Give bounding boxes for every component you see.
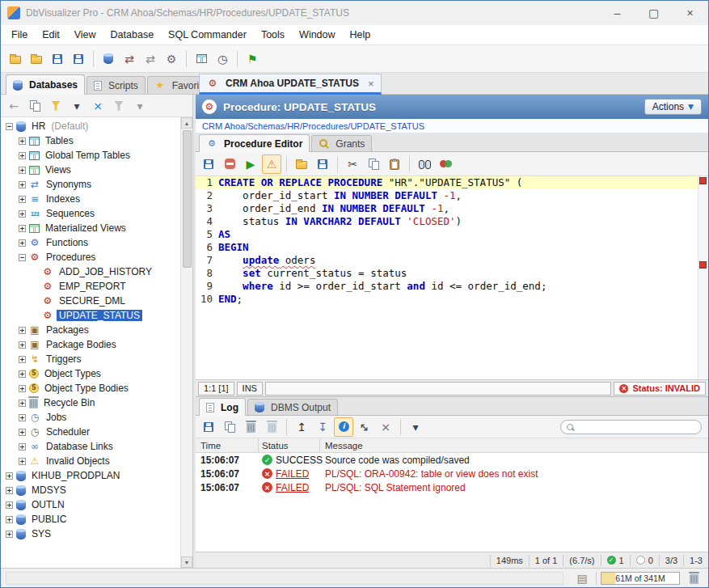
fit-columns-icon[interactable]: ↔ (351, 413, 378, 441)
minimize-button[interactable]: – (599, 1, 635, 25)
menu-sql-commander[interactable]: SQL Commander (161, 25, 254, 44)
tree-item-outln[interactable]: +OUTLN (1, 497, 180, 512)
compare-icon[interactable] (436, 154, 455, 174)
memory-indicator[interactable]: 61M of 341M (601, 572, 680, 585)
save-icon[interactable] (48, 49, 67, 69)
tree-item-scheduler[interactable]: +◷Scheduler (1, 425, 180, 439)
tree-item-materialized-views[interactable]: +Materialized Views (1, 221, 180, 235)
tree-expander[interactable]: + (19, 196, 26, 203)
tree-item-database-links[interactable]: +∞Database Links (1, 439, 180, 454)
tree-item-public[interactable]: +PUBLIC (1, 512, 180, 527)
tree-item-sequences[interactable]: +123Sequences (1, 206, 180, 221)
doc-tab-update-status[interactable]: ⚙ CRM Ahoa UPDATE_STATUS × (199, 74, 382, 95)
code-line[interactable]: 9 where id >= order_id_start and id <= o… (196, 280, 698, 293)
open-file-icon[interactable] (6, 49, 25, 69)
code-line[interactable]: 4 status IN VARCHAR2 DEFAULT 'CLOSED') (196, 215, 698, 228)
log-search-box[interactable] (560, 420, 702, 434)
error-marker[interactable] (699, 177, 707, 184)
tab-close-icon[interactable]: × (368, 78, 374, 90)
tree-expander[interactable]: + (19, 327, 26, 334)
tree-item-tables[interactable]: +Tables (1, 133, 180, 148)
maximize-button[interactable]: ▢ (635, 1, 672, 25)
new-table-icon[interactable] (192, 49, 211, 69)
close-button[interactable]: × (672, 1, 708, 25)
tree-item-global-temp-tables[interactable]: +Global Temp Tables (1, 148, 180, 163)
tab-dbms-output[interactable]: DBMS Output (247, 399, 338, 415)
compile-warning-icon[interactable]: ⚠ (262, 154, 281, 174)
tree-item-mdsys[interactable]: +MDSYS (1, 483, 180, 497)
scroll-up-icon[interactable]: ▲ (181, 117, 192, 129)
tree-expander[interactable]: − (19, 254, 26, 261)
filter-caret-icon[interactable]: ▾ (67, 96, 87, 116)
connect-icon[interactable]: ⇄ (120, 49, 139, 69)
dock-panel-icon[interactable]: ▤ (572, 569, 592, 588)
driver-manager-icon[interactable]: ⚙ (162, 49, 181, 69)
save-procedure-icon[interactable] (199, 154, 218, 174)
scroll-thumb[interactable] (183, 130, 192, 268)
tree-expander[interactable]: + (19, 400, 26, 407)
log-search-input[interactable] (577, 422, 695, 432)
close-output-icon[interactable]: × (376, 417, 395, 437)
code-line[interactable]: 7 update oders (196, 254, 698, 267)
filter-settings-icon[interactable] (109, 96, 129, 116)
actions-button[interactable]: Actions ▼ (644, 99, 702, 115)
copy-log-icon[interactable] (220, 417, 239, 437)
save-as-icon[interactable] (69, 49, 88, 69)
tree-expander[interactable]: − (6, 123, 13, 130)
tab-log[interactable]: Log (199, 398, 246, 416)
code-line[interactable]: 8 set current_status = status (196, 267, 698, 280)
garbage-collect-icon[interactable] (684, 569, 703, 588)
tree-scrollbar[interactable]: ▲ ▼ (180, 117, 192, 568)
tree-expander[interactable]: + (19, 137, 26, 145)
cut-icon[interactable]: ✂ (343, 154, 362, 174)
open-icon[interactable] (292, 154, 311, 174)
clear-log-icon[interactable] (262, 417, 281, 437)
code-line[interactable]: 6BEGIN (196, 241, 698, 254)
tree-item-add-job-history[interactable]: ⚙ADD_JOB_HISTORY (1, 264, 180, 279)
filter-settings-caret-icon[interactable]: ▾ (130, 96, 150, 116)
error-marker[interactable] (699, 261, 707, 269)
open-recent-icon[interactable] (27, 49, 46, 69)
find-replace-icon[interactable] (415, 154, 434, 174)
menu-database[interactable]: Database (103, 25, 162, 44)
tree-item-synonyms[interactable]: +⇄Synonyms (1, 177, 180, 192)
menu-file[interactable]: File (4, 25, 35, 44)
menu-edit[interactable]: Edit (35, 25, 67, 44)
code-line[interactable]: 3 order_id_end IN NUMBER DEFAULT -1, (196, 202, 698, 215)
tree-item-kihub-prodplan[interactable]: +KIHUB_PRODPLAN (1, 468, 180, 483)
tree-expander[interactable]: + (19, 429, 26, 436)
tree-item-update-status[interactable]: ⚙UPDATE_STATUS (1, 308, 180, 323)
clear-filter-icon[interactable]: × (88, 96, 108, 116)
tree-expander[interactable]: + (6, 472, 13, 480)
more-options-caret-icon[interactable]: ▾ (406, 417, 425, 437)
code-line[interactable]: 10END; (196, 293, 698, 306)
paste-icon[interactable] (385, 154, 404, 174)
tree-expander[interactable]: + (19, 370, 26, 378)
add-connection-icon[interactable] (99, 49, 118, 69)
tree-item-recycle-bin[interactable]: +Recycle Bin (1, 396, 180, 410)
tree-expander[interactable]: + (19, 341, 26, 349)
tree-expander[interactable]: + (19, 225, 26, 232)
tree-expander[interactable]: + (19, 356, 26, 363)
scroll-down-icon[interactable]: ▼ (181, 556, 192, 568)
tree-item-procedures[interactable]: −⚙Procedures (1, 250, 180, 264)
tree-expander[interactable]: + (19, 443, 26, 451)
code-editor[interactable]: 1CREATE OR REPLACE PROCEDURE "HR"."UPDAT… (196, 176, 708, 379)
code-line[interactable]: 2 order_id_start IN NUMBER DEFAULT -1, (196, 189, 698, 202)
execute-icon[interactable]: ▶ (241, 154, 260, 174)
tab-scripts[interactable]: Scripts (87, 76, 146, 94)
tree-expander[interactable]: + (6, 531, 13, 538)
tab-grants[interactable]: Grants (311, 135, 372, 151)
code-line[interactable]: 5AS (196, 228, 698, 241)
tree-item-indexes[interactable]: +≡Indexes (1, 192, 180, 206)
column-header-time[interactable]: Time (196, 438, 259, 452)
scroll-to-bottom-icon[interactable]: ↧ (313, 417, 332, 437)
open-in-window-icon[interactable] (25, 96, 44, 116)
copy-icon[interactable] (364, 154, 383, 174)
tree-item-packages[interactable]: +▣Packages (1, 323, 180, 337)
menu-window[interactable]: Window (292, 25, 342, 44)
menu-tools[interactable]: Tools (254, 25, 292, 44)
tree-item-invalid-objects[interactable]: +⚠Invalid Objects (1, 454, 180, 468)
tree-expander[interactable]: + (6, 487, 13, 494)
tree-item-sys[interactable]: +SYS (1, 527, 180, 541)
